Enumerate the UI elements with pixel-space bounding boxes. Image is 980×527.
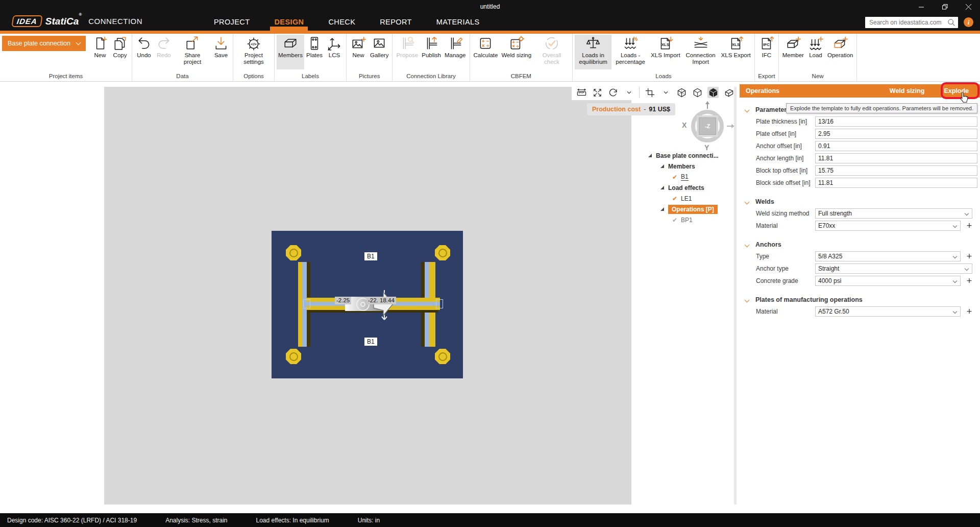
ribbon-button-ifc[interactable]: IFCIFC bbox=[757, 35, 776, 69]
search-input[interactable] bbox=[865, 17, 958, 28]
tree-item-members[interactable]: Members bbox=[648, 161, 738, 172]
section-header-welds[interactable]: Welds bbox=[740, 198, 980, 208]
ribbon-button-connection-import[interactable]: Connection Import bbox=[682, 35, 719, 69]
connection-type-dropdown[interactable]: Base plate connection bbox=[2, 36, 86, 51]
ribbon-button-loads-percentage[interactable]: %Loads - percentage bbox=[612, 35, 649, 69]
ribbon-button-xls-export[interactable]: XLSXLS Export bbox=[720, 35, 752, 69]
checkmark-icon[interactable]: ✔ bbox=[672, 174, 677, 181]
member-label-b1[interactable]: B1 bbox=[364, 338, 377, 346]
tree-item-load-effects[interactable]: Load effects bbox=[648, 182, 738, 193]
ribbon-button-label: New bbox=[94, 52, 106, 59]
section-header-anchors[interactable]: Anchors bbox=[740, 241, 980, 251]
block-top-offset-in-input[interactable] bbox=[815, 165, 977, 176]
expander-icon[interactable] bbox=[660, 186, 664, 189]
ribbon-button-share-project[interactable]: Share project bbox=[174, 35, 211, 69]
dropdown-chevron-icon[interactable] bbox=[623, 87, 634, 98]
block-side-offset-in-input[interactable] bbox=[815, 178, 977, 188]
rotate-view-icon[interactable] bbox=[607, 87, 619, 98]
ribbon-button-plates[interactable]: Plates bbox=[305, 35, 324, 69]
view-cube[interactable]: -Z X Y bbox=[682, 105, 738, 153]
3d-viewport[interactable]: -2.25 -22.4 18.44 B1 B1 bbox=[104, 87, 631, 505]
tree-item-le1[interactable]: ✔ LE1 bbox=[648, 193, 738, 204]
material-select[interactable]: A572 Gr.50 bbox=[815, 306, 961, 317]
expander-icon[interactable] bbox=[648, 154, 652, 157]
tree-item-operations[interactable]: Operations [P] bbox=[648, 204, 738, 214]
type-select[interactable]: 5/8 A325 bbox=[815, 251, 961, 261]
restore-button[interactable] bbox=[933, 0, 957, 14]
plate-offset-in-input[interactable] bbox=[815, 129, 977, 139]
ribbon-button-calculate[interactable]: +−×÷Calculate bbox=[472, 35, 500, 69]
minimize-icon bbox=[919, 5, 924, 10]
ribbon-button-copy[interactable]: Copy bbox=[110, 35, 130, 69]
ribbon-button-manage[interactable]: Manage bbox=[443, 35, 468, 69]
ribbon-button-xls-import[interactable]: XLSXLS Import bbox=[649, 35, 682, 69]
ribbon-group-label: Connection Library bbox=[395, 73, 467, 81]
cube-solid-icon[interactable] bbox=[707, 87, 719, 98]
tree-item-b1[interactable]: ✔ B1 bbox=[648, 172, 738, 182]
plate-thickness-in-input[interactable] bbox=[815, 116, 977, 127]
anchor-bolt[interactable] bbox=[435, 349, 450, 364]
tree-scrollbar[interactable] bbox=[734, 87, 737, 505]
zoom-fit-icon[interactable] bbox=[592, 87, 603, 98]
anchor-bolt[interactable] bbox=[286, 349, 301, 364]
clipped-solid-icon[interactable] bbox=[723, 87, 734, 98]
concrete-grade-select[interactable]: 4000 psi bbox=[815, 276, 961, 286]
close-button[interactable] bbox=[957, 0, 980, 14]
add-material-button[interactable]: + bbox=[964, 306, 974, 317]
tab-project[interactable]: PROJECT bbox=[212, 14, 252, 31]
checkmark-icon[interactable]: ✔ bbox=[672, 217, 677, 224]
ribbon-button-member[interactable]: Member bbox=[781, 35, 805, 69]
clip-view-icon[interactable] bbox=[644, 87, 655, 98]
dimension-label[interactable]: -2.25 bbox=[335, 297, 351, 304]
ribbon-button-new[interactable]: New bbox=[349, 35, 368, 69]
anchor-length-in-input[interactable] bbox=[815, 153, 977, 163]
weld-sizing-method-select[interactable]: Full strength bbox=[815, 208, 972, 219]
tab-check[interactable]: CHECK bbox=[326, 14, 357, 31]
expander-icon[interactable] bbox=[660, 207, 664, 211]
expander-icon[interactable] bbox=[660, 164, 664, 168]
view-cube-axis-x[interactable]: X bbox=[682, 121, 687, 129]
anchor-bolt[interactable] bbox=[435, 245, 450, 260]
ribbon-button-save[interactable]: Save bbox=[211, 35, 231, 69]
member-flange[interactable] bbox=[298, 262, 302, 347]
add-concrete-grade-button[interactable]: + bbox=[964, 275, 974, 286]
info-button[interactable]: i bbox=[964, 17, 973, 27]
weld-sizing-header-button[interactable]: Weld sizing bbox=[890, 87, 925, 94]
tab-report[interactable]: REPORT bbox=[378, 14, 414, 31]
tab-design[interactable]: DESIGN bbox=[272, 14, 306, 31]
ribbon-button-load[interactable]: Load bbox=[806, 35, 825, 69]
material-select[interactable]: E70xx bbox=[815, 221, 961, 231]
minimize-button[interactable] bbox=[910, 0, 933, 14]
tab-materials[interactable]: MATERIALS bbox=[434, 14, 482, 31]
member-label-b1[interactable]: B1 bbox=[364, 252, 377, 260]
ribbon-button-lcs[interactable]: LCS bbox=[325, 35, 344, 69]
move-arrow-manipulator[interactable] bbox=[371, 289, 396, 321]
tree-item-root[interactable]: Base plate connecti... bbox=[648, 150, 738, 161]
view-cube-face[interactable]: -Z bbox=[697, 115, 718, 137]
dropdown-chevron-icon[interactable] bbox=[660, 87, 671, 98]
ribbon-button-undo[interactable]: Undo bbox=[134, 35, 154, 69]
measure-icon[interactable] bbox=[576, 87, 587, 98]
checkmark-icon[interactable]: ✔ bbox=[672, 195, 677, 202]
ribbon-button-publish[interactable]: Publish bbox=[420, 35, 443, 69]
chevron-down-icon bbox=[965, 211, 969, 215]
rotation-manipulator-dot[interactable] bbox=[360, 302, 365, 307]
ribbon-button-gallery[interactable]: Gallery bbox=[369, 35, 390, 69]
ribbon-button-new[interactable]: New bbox=[90, 35, 110, 69]
anchor-offset-in-input[interactable] bbox=[815, 141, 977, 151]
cube-transparent-icon[interactable] bbox=[692, 87, 703, 98]
tree-item-bp1[interactable]: ✔ BP1 bbox=[648, 214, 738, 225]
cube-wireframe-icon[interactable] bbox=[676, 87, 687, 98]
anchor-type-select[interactable]: Straight bbox=[815, 264, 972, 274]
dimension-label[interactable]: 18.44 bbox=[378, 297, 396, 304]
ribbon-button-loads-in-equilibrium[interactable]: Loads in equilibrium bbox=[575, 35, 611, 69]
add-type-button[interactable]: + bbox=[964, 251, 974, 262]
ribbon-button-project-settings[interactable]: </>Project settings bbox=[235, 35, 272, 69]
section-header-plates-of-manufacturing-operations[interactable]: Plates of manufacturing operations bbox=[740, 296, 980, 306]
ribbon-button-operation[interactable]: Operation bbox=[826, 35, 855, 69]
ribbon-button-members[interactable]: Members bbox=[277, 35, 304, 69]
ribbon-button-weld-sizing[interactable]: +−×÷Weld sizing bbox=[500, 35, 533, 69]
ribbon-group-pictures: NewGalleryPictures bbox=[347, 34, 393, 81]
add-material-button[interactable]: + bbox=[964, 220, 974, 231]
anchor-bolt[interactable] bbox=[286, 245, 301, 260]
